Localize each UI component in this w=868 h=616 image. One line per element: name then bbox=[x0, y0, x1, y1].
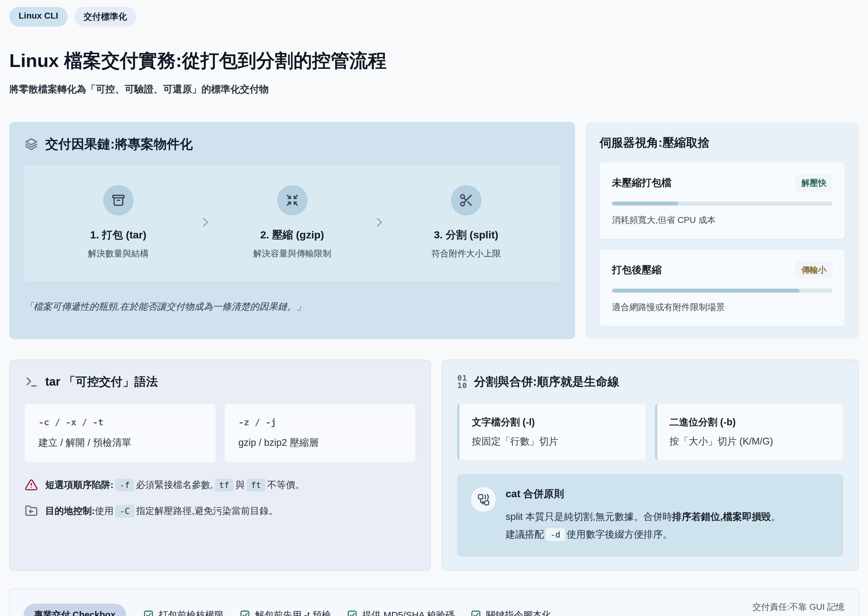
cat-merge-box: cat 合併原則 split 本質只是純切割,無元數據。合併時排序若錯位,檔案即… bbox=[457, 474, 843, 556]
option-compressed-desc: 適合網路慢或有附件限制場景 bbox=[612, 301, 833, 313]
order-trap-text-1: 必須緊接檔名參數, bbox=[136, 479, 213, 490]
order-trap-label: 短選項順序陷阱: bbox=[45, 479, 113, 490]
binary-icon: 0110 bbox=[457, 374, 467, 390]
delivery-responsibility-note: 交付責任:不靠 GUI 記憶 建立可重複的 CLI 流程 bbox=[752, 601, 844, 616]
checklist-items: 打包前檢核權限 解包前先用 -t 預檢 提供 MD5/SHA 校验碼 bbox=[143, 609, 551, 616]
server-view-card: 伺服器視角:壓縮取捨 未壓縮打包檔 解壓快 消耗頻寬大,但省 CPU 成本 打包… bbox=[586, 122, 859, 339]
tar-compression-box: -z / -j gzip / bzip2 壓縮層 bbox=[225, 404, 415, 462]
square-check-icon bbox=[347, 610, 358, 616]
progress-bar-fill bbox=[612, 289, 799, 293]
step-split-title: 3. 分割 (split) bbox=[386, 228, 546, 242]
cat-merge-title: cat 合併原則 bbox=[505, 487, 780, 501]
flag-chip-tf: tf bbox=[215, 479, 234, 491]
terminal-icon bbox=[25, 375, 38, 389]
tar-compression-flags: -z / -j bbox=[239, 417, 402, 427]
split-merge-card: 0110 分割與合併:順序就是生命線 文字檔分割 (-l) 按固定「行數」切片 … bbox=[442, 360, 859, 571]
option-compressed: 打包後壓縮 傳輸小 適合網路慢或有附件限制場景 bbox=[600, 250, 845, 326]
checklist-item-checksum[interactable]: 提供 MD5/SHA 校验碼 bbox=[347, 609, 455, 616]
page-title: Linux 檔案交付實務:從打包到分割的控管流程 bbox=[9, 49, 859, 74]
square-check-icon bbox=[143, 610, 154, 616]
status-badge-small-transfer: 傳輸小 bbox=[795, 261, 833, 279]
warning-triangle-icon bbox=[25, 478, 38, 491]
process-flow: 1. 打包 (tar) 解決數量與結構 2. 壓縮 (gzip) bbox=[24, 165, 560, 281]
order-trap-text-3: 不等價。 bbox=[267, 479, 305, 490]
chevron-right-icon bbox=[373, 216, 386, 229]
header-badges: Linux CLI 交付標準化 bbox=[9, 7, 859, 27]
combine-icon bbox=[471, 487, 496, 512]
flag-chip-ft: ft bbox=[246, 479, 265, 491]
causal-chain-card: 交付因果鏈:將專案物件化 1. 打包 (tar) 解決數量與結構 bbox=[9, 122, 575, 339]
checklist-item-permissions[interactable]: 打包前檢核權限 bbox=[143, 609, 224, 616]
page-subtitle: 將零散檔案轉化為「可控、可驗證、可還原」的標準化交付物 bbox=[9, 83, 859, 96]
step-split-desc: 符合附件大小上限 bbox=[386, 248, 546, 259]
cat-merge-text: split 本質只是純切割,無元數據。合併時排序若錯位,檔案即損毀。 建議搭配-… bbox=[505, 508, 780, 544]
shrink-icon bbox=[277, 185, 308, 215]
flag-chip-f: -f bbox=[115, 479, 134, 491]
step-split: 3. 分割 (split) 符合附件大小上限 bbox=[386, 185, 546, 259]
option-uncompressed: 未壓縮打包檔 解壓快 消耗頻寬大,但省 CPU 成本 bbox=[600, 162, 845, 239]
split-merge-title: 分割與合併:順序就是生命線 bbox=[474, 374, 619, 390]
destination-text-1: 使用 bbox=[95, 506, 113, 516]
tar-modes-flags: -c / -x / -t bbox=[38, 417, 202, 427]
tar-syntax-title: tar 「可控交付」語法 bbox=[45, 374, 158, 390]
tar-modes-desc: 建立 / 解開 / 預檢清單 bbox=[38, 436, 202, 449]
badge-linux-cli: Linux CLI bbox=[9, 7, 67, 27]
destination-label: 目的地控制: bbox=[45, 506, 95, 516]
top-row: 交付因果鏈:將專案物件化 1. 打包 (tar) 解決數量與結構 bbox=[9, 122, 859, 339]
layers-icon bbox=[24, 137, 38, 151]
scissors-icon bbox=[451, 185, 482, 215]
step-tar-title: 1. 打包 (tar) bbox=[38, 228, 199, 242]
causal-chain-title: 交付因果鏈:將專案物件化 bbox=[45, 135, 193, 153]
badge-delivery-standard: 交付標準化 bbox=[74, 7, 137, 27]
tar-modes-box: -c / -x / -t 建立 / 解開 / 預檢清單 bbox=[25, 404, 215, 462]
option-compressed-name: 打包後壓縮 bbox=[612, 263, 662, 277]
binary-split-desc: 按「大小」切片 (K/M/G) bbox=[670, 435, 831, 448]
checklist-item-scripting[interactable]: 關鍵指令腳本化 bbox=[470, 609, 551, 616]
step-gzip-desc: 解決容量與傳輸限制 bbox=[212, 248, 373, 259]
server-view-title: 伺服器視角:壓縮取捨 bbox=[600, 135, 845, 151]
text-split-name: 文字檔分割 (-l) bbox=[472, 416, 633, 429]
checklist-footer: 專業交付 Checkbox 打包前檢核權限 解包前先用 -t 預檢 bbox=[9, 589, 859, 616]
step-gzip: 2. 壓縮 (gzip) 解決容量與傳輸限制 bbox=[212, 185, 373, 259]
checklist-item-precheck[interactable]: 解包前先用 -t 預檢 bbox=[239, 609, 331, 616]
option-uncompressed-desc: 消耗頻寬大,但省 CPU 成本 bbox=[612, 214, 833, 226]
step-tar-desc: 解決數量與結構 bbox=[38, 248, 199, 259]
order-trap-text-2: 與 bbox=[235, 479, 245, 490]
square-check-icon bbox=[239, 610, 251, 616]
status-badge-fast-decompress: 解壓快 bbox=[795, 174, 833, 192]
destination-note: 目的地控制:使用-C指定解壓路徑,避免污染當前目錄。 bbox=[25, 504, 415, 517]
text-split-desc: 按固定「行數」切片 bbox=[472, 435, 633, 448]
binary-split-name: 二進位分割 (-b) bbox=[670, 416, 831, 429]
flag-chip-capital-c: -C bbox=[115, 505, 134, 517]
square-check-icon bbox=[470, 610, 482, 616]
order-trap-note: 短選項順序陷阱:-f必須緊接檔名參數,tf與ft不等價。 bbox=[25, 478, 415, 491]
archive-box-icon bbox=[103, 185, 133, 215]
causal-chain-quote: 「檔案可傳遞性的瓶頸,在於能否讓交付物成為一條清楚的因果鏈。」 bbox=[24, 300, 560, 313]
text-split-box: 文字檔分割 (-l) 按固定「行數」切片 bbox=[457, 404, 646, 460]
chevron-right-icon bbox=[199, 216, 212, 229]
bottom-row: tar 「可控交付」語法 -c / -x / -t 建立 / 解開 / 預檢清單… bbox=[9, 360, 859, 571]
responsibility-line-1: 交付責任:不靠 GUI 記憶 bbox=[752, 601, 844, 613]
step-gzip-title: 2. 壓縮 (gzip) bbox=[212, 228, 373, 242]
binary-split-box: 二進位分割 (-b) 按「大小」切片 (K/M/G) bbox=[655, 404, 843, 460]
flag-chip-d: -d bbox=[546, 528, 565, 541]
checklist-pill: 專業交付 Checkbox bbox=[24, 603, 126, 616]
progress-bar-track bbox=[612, 289, 833, 293]
tar-compression-desc: gzip / bzip2 壓縮層 bbox=[239, 436, 402, 449]
option-uncompressed-name: 未壓縮打包檔 bbox=[612, 176, 672, 190]
progress-bar-fill bbox=[612, 201, 678, 206]
destination-text-2: 指定解壓路徑,避免污染當前目錄。 bbox=[136, 506, 278, 516]
folder-input-icon bbox=[25, 504, 38, 517]
progress-bar-track bbox=[612, 201, 833, 206]
step-tar: 1. 打包 (tar) 解決數量與結構 bbox=[38, 185, 199, 259]
tar-syntax-card: tar 「可控交付」語法 -c / -x / -t 建立 / 解開 / 預檢清單… bbox=[9, 360, 431, 571]
